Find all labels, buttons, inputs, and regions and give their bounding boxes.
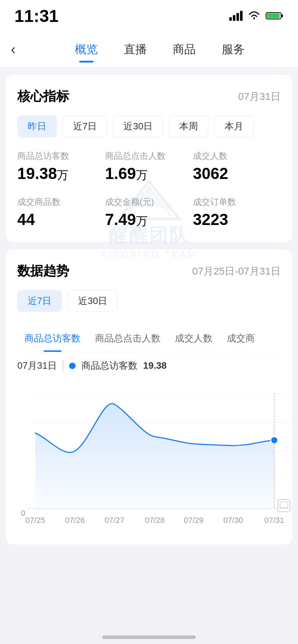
- tab-live[interactable]: 直播: [111, 35, 160, 64]
- back-button[interactable]: ‹: [11, 41, 32, 58]
- core-metrics-card: 核心指标 07月31日 昨日 近7日 近30日 本周 本月 商品总访客数 19.…: [6, 75, 292, 242]
- tab-products[interactable]: 商品: [160, 35, 209, 64]
- svg-rect-1: [281, 14, 283, 17]
- svg-text:07/27: 07/27: [104, 516, 124, 525]
- signal-icon: [229, 11, 243, 21]
- svg-text:07/26: 07/26: [65, 516, 85, 525]
- home-indicator: [102, 635, 196, 639]
- metric-orders-label: 成交订单数: [193, 196, 281, 208]
- data-trend-card: 数据趋势 07月25日-07月31日 近7日 近30日 商品总访客数 商品总点击…: [6, 249, 292, 544]
- line-chart: 0: [17, 379, 292, 530]
- battery-icon: [266, 11, 284, 21]
- metric-transactions-value: 3062: [193, 165, 281, 183]
- metric-revenue-label: 成交金额(元): [105, 196, 193, 208]
- nav-bar: ‹ 概览 直播 商品 服务: [0, 32, 298, 68]
- metric-transactions-label: 成交人数: [193, 150, 281, 162]
- chart-info-metric: 商品总访客数: [81, 359, 137, 372]
- metric-total-clicks: 商品总点击人数 1.69万: [105, 150, 193, 183]
- trend-filter-buttons: 近7日 近30日: [17, 290, 281, 312]
- svg-text:07/28: 07/28: [145, 516, 164, 525]
- filter-thismonth[interactable]: 本月: [214, 115, 254, 137]
- metric-total-visitors: 商品总访客数 19.38万: [17, 150, 105, 183]
- metric-orders-value: 3223: [193, 211, 281, 229]
- metric-total-clicks-label: 商品总点击人数: [105, 150, 193, 162]
- chart-info-row: 07月31日 商品总访客数 19.38: [17, 352, 281, 379]
- chart-info-value: 19.38: [143, 360, 167, 371]
- metric-revenue: 成交金额(元) 7.49万: [105, 196, 193, 229]
- metric-products-sold: 成交商品数 44: [17, 196, 105, 229]
- metric-total-visitors-label: 商品总访客数: [17, 150, 105, 162]
- filter-yesterday[interactable]: 昨日: [17, 115, 57, 137]
- wifi-icon: [248, 11, 261, 21]
- svg-text:07/25: 07/25: [25, 516, 45, 525]
- core-metrics-date: 07月31日: [238, 90, 281, 104]
- svg-rect-9: [278, 500, 290, 512]
- trend-title: 数据趋势: [17, 262, 69, 280]
- trend-header: 数据趋势 07月25日-07月31日: [17, 262, 281, 280]
- trend-tab-clicks[interactable]: 商品总点击人数: [88, 325, 168, 352]
- metric-total-clicks-value: 1.69万: [105, 165, 193, 183]
- svg-rect-2: [267, 13, 280, 18]
- status-time: 11:31: [14, 6, 59, 26]
- chart-info-date: 07月31日: [17, 359, 57, 372]
- metric-revenue-value: 7.49万: [105, 211, 193, 229]
- trend-filter-7days[interactable]: 近7日: [17, 290, 62, 312]
- trend-tabs: 商品总访客数 商品总点击人数 成交人数 成交商: [17, 325, 281, 352]
- metric-transactions: 成交人数 3062: [193, 150, 281, 183]
- metric-products-sold-label: 成交商品数: [17, 196, 105, 208]
- svg-text:07/29: 07/29: [184, 516, 203, 525]
- trend-tab-visitors[interactable]: 商品总访客数: [17, 325, 88, 352]
- chart-divider: [63, 360, 63, 371]
- chart-endpoint: [271, 437, 278, 444]
- status-icons: [229, 11, 284, 21]
- nav-tabs: 概览 直播 商品 服务: [32, 35, 287, 64]
- y-axis-zero: 0: [21, 509, 25, 518]
- status-bar: 11:31: [0, 0, 298, 32]
- svg-text:07/30: 07/30: [223, 516, 243, 525]
- chart-dot: [69, 363, 76, 369]
- core-metrics-title: 核心指标: [17, 88, 69, 105]
- metric-total-visitors-value: 19.38万: [17, 165, 105, 183]
- metric-products-sold-value: 44: [17, 211, 105, 229]
- trend-tab-transactions[interactable]: 成交人数: [168, 325, 220, 352]
- core-filter-buttons: 昨日 近7日 近30日 本周 本月: [17, 115, 281, 137]
- trend-filter-30days[interactable]: 近30日: [68, 290, 118, 312]
- chart-container: 0: [17, 379, 281, 532]
- svg-rect-10: [280, 502, 288, 508]
- filter-7days[interactable]: 近7日: [63, 115, 107, 137]
- tab-service[interactable]: 服务: [209, 35, 258, 64]
- filter-30days[interactable]: 近30日: [113, 115, 163, 137]
- tab-overview[interactable]: 概览: [62, 35, 111, 64]
- trend-date-range: 07月25日-07月31日: [192, 264, 281, 278]
- trend-tab-products[interactable]: 成交商: [220, 325, 262, 352]
- core-metrics-header: 核心指标 07月31日: [17, 88, 281, 105]
- filter-thisweek[interactable]: 本周: [169, 115, 208, 137]
- metrics-grid: 商品总访客数 19.38万 商品总点击人数 1.69万 成交人数 3062 成交…: [17, 150, 281, 229]
- svg-text:07/31: 07/31: [264, 516, 284, 525]
- metric-orders: 成交订单数 3223: [193, 196, 281, 229]
